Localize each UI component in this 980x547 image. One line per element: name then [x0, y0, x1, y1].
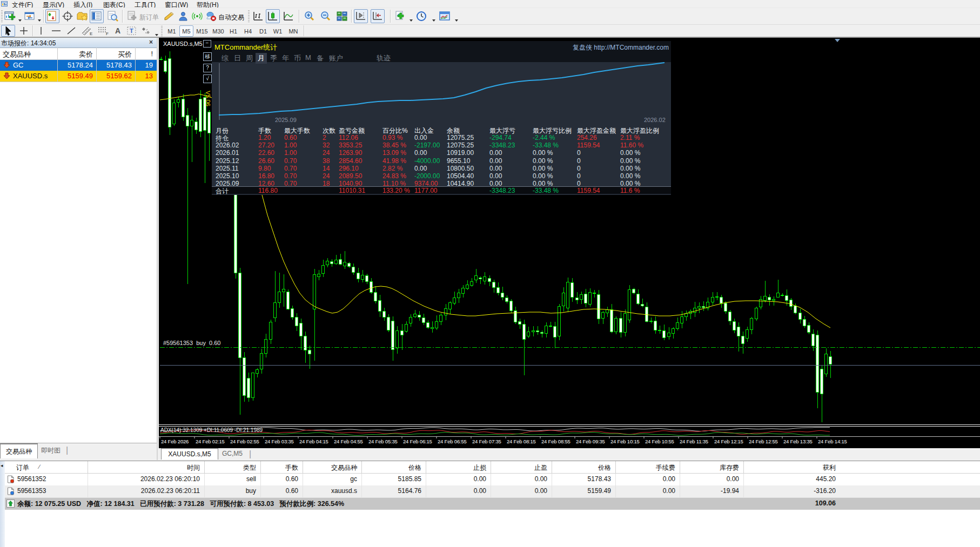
svg-text:24 Feb 2026: 24 Feb 2026: [161, 438, 189, 444]
svg-text:24 Feb 09:35: 24 Feb 09:35: [576, 438, 605, 444]
svg-text:24 Feb 04:15: 24 Feb 04:15: [299, 438, 328, 444]
svg-text:T: T: [130, 28, 133, 34]
svg-text:A: A: [115, 26, 120, 35]
svg-text:24 Feb 12:55: 24 Feb 12:55: [749, 438, 778, 444]
svg-text:E: E: [90, 31, 92, 36]
svg-text:24 Feb 07:35: 24 Feb 07:35: [472, 438, 501, 444]
svg-text:24 Feb 04:55: 24 Feb 04:55: [334, 438, 363, 444]
svg-text:24 Feb 11:35: 24 Feb 11:35: [680, 438, 708, 444]
svg-text:F: F: [106, 31, 109, 36]
svg-text:ADX(14) 32.1309 +DI:11.0609 -D: ADX(14) 32.1309 +DI:11.0609 -DI:21.1989: [160, 427, 263, 433]
svg-text:24 Feb 06:55: 24 Feb 06:55: [438, 438, 467, 444]
svg-text:24 Feb 03:35: 24 Feb 03:35: [265, 438, 294, 444]
svg-text:#59561353 buy 0.60: #59561353 buy 0.60: [163, 340, 220, 346]
svg-text:24 Feb 13:35: 24 Feb 13:35: [783, 438, 813, 444]
svg-text:24 Feb 05:35: 24 Feb 05:35: [368, 438, 398, 444]
svg-text:24 Feb 08:15: 24 Feb 08:15: [507, 438, 536, 444]
svg-text:24 Feb 12:15: 24 Feb 12:15: [714, 438, 743, 444]
svg-text:24 Feb 10:55: 24 Feb 10:55: [645, 438, 674, 444]
svg-text:24 Feb 02:55: 24 Feb 02:55: [230, 438, 259, 444]
svg-text:24 Feb 02:15: 24 Feb 02:15: [196, 438, 225, 444]
svg-text:24 Feb 08:55: 24 Feb 08:55: [541, 438, 570, 444]
svg-text:24 Feb 06:15: 24 Feb 06:15: [403, 438, 432, 444]
svg-text:24 Feb 10:15: 24 Feb 10:15: [610, 438, 640, 444]
svg-text:24 Feb 14:15: 24 Feb 14:15: [818, 438, 847, 444]
